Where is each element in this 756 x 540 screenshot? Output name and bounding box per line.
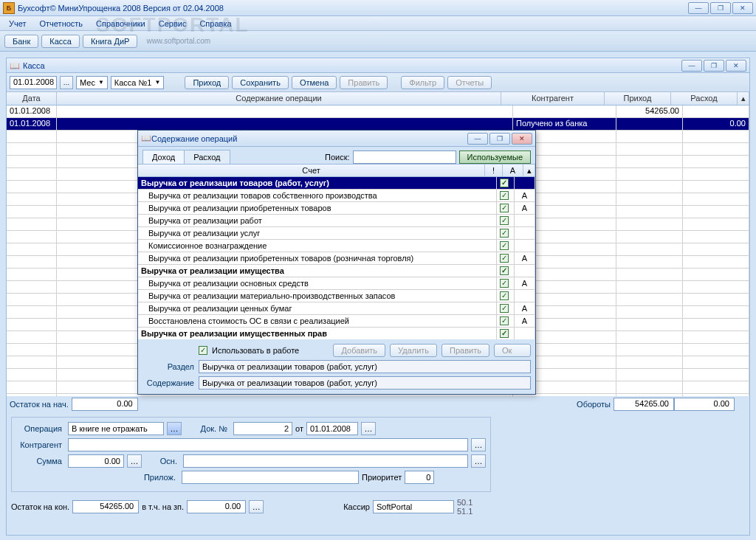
sub-minimize-button[interactable]: — bbox=[681, 60, 702, 72]
dialog-grid-body[interactable]: Выручка от реализации товаров (работ, ус… bbox=[138, 177, 535, 339]
list-item[interactable]: Выручка от реализации материально-произв… bbox=[138, 290, 535, 302]
operation-field[interactable] bbox=[68, 422, 164, 435]
dlg-col-name[interactable]: Счет bbox=[138, 165, 485, 176]
row-checkbox[interactable]: ✓ bbox=[500, 304, 509, 313]
pril-field[interactable] bbox=[182, 471, 359, 484]
col-out[interactable]: Расход bbox=[671, 92, 738, 105]
sub-maximize-button[interactable]: ❐ bbox=[704, 60, 724, 72]
kassa-dropdown[interactable]: Касса №1▼ bbox=[111, 76, 165, 89]
contragent-picker-button[interactable]: … bbox=[471, 438, 486, 451]
prior-field[interactable] bbox=[405, 471, 434, 484]
prihod-button[interactable]: Приход bbox=[185, 76, 229, 89]
col-scroll-up[interactable]: ▴ bbox=[738, 92, 749, 105]
kassa-button[interactable]: Касса bbox=[41, 35, 80, 48]
maximize-button[interactable]: ❐ bbox=[710, 2, 731, 14]
col-desc[interactable]: Содержание операции bbox=[57, 92, 501, 105]
list-item[interactable]: Выручка от реализации ценных бумаг✓А bbox=[138, 302, 535, 315]
book-icon: 📖 bbox=[10, 61, 20, 70]
date-picker-button[interactable]: … bbox=[60, 76, 73, 89]
reports-button[interactable]: Отчеты bbox=[447, 76, 492, 89]
menu-otchet[interactable]: Отчетность bbox=[34, 18, 89, 30]
row-checkbox[interactable]: ✓ bbox=[500, 229, 509, 238]
use-label: Использовать в работе bbox=[212, 346, 299, 355]
row-checkbox[interactable]: ✓ bbox=[500, 191, 509, 200]
dlg-col-chk[interactable]: ! bbox=[485, 165, 503, 176]
dlg-col-a[interactable]: А bbox=[503, 165, 523, 176]
docnum-field[interactable] bbox=[233, 422, 292, 435]
docdate-field[interactable] bbox=[306, 422, 358, 435]
docdate-picker-button[interactable]: … bbox=[361, 422, 376, 435]
content-field[interactable] bbox=[199, 376, 531, 390]
row-checkbox[interactable]: ✓ bbox=[500, 279, 509, 288]
list-item[interactable]: Выручка от реализации имущества✓ bbox=[138, 265, 535, 277]
row-checkbox[interactable]: ✓ bbox=[500, 291, 509, 300]
table-row[interactable]: 01.01.200854265.00 bbox=[7, 105, 749, 118]
row-checkbox[interactable]: ✓ bbox=[500, 329, 509, 338]
list-item[interactable]: Выручка от реализации основных средств✓А bbox=[138, 277, 535, 290]
use-checkbox[interactable]: ✓ bbox=[199, 346, 207, 355]
menu-uchet[interactable]: Учет bbox=[3, 18, 32, 30]
period-dropdown[interactable]: Мес▼ bbox=[76, 76, 108, 89]
dialog-title-bar: 📖 Содержание операций — ❐ ✕ bbox=[138, 131, 535, 147]
turnover-in: 54265.00 bbox=[614, 398, 674, 411]
dlg-close-button[interactable]: ✕ bbox=[512, 133, 532, 145]
row-checkbox[interactable]: ✓ bbox=[500, 216, 509, 225]
date-field[interactable]: 01.01.2008 bbox=[10, 76, 57, 89]
dlg-edit-button[interactable]: Править bbox=[441, 344, 489, 357]
row-checkbox[interactable]: ✓ bbox=[500, 316, 509, 325]
list-item[interactable]: Восстановлена стоимость ОС в связи с реа… bbox=[138, 315, 535, 328]
table-row[interactable]: 01.01.2008Получено из банка0.00 bbox=[7, 118, 749, 131]
list-item[interactable]: Выручка от реализации приобретенных това… bbox=[138, 252, 535, 265]
dlg-minimize-button[interactable]: — bbox=[467, 133, 488, 145]
tab-expense[interactable]: Расход bbox=[184, 150, 230, 164]
sum-picker-button[interactable]: … bbox=[127, 454, 142, 468]
list-item[interactable]: Выручка от реализации услуг✓ bbox=[138, 227, 535, 240]
used-button[interactable]: Используемые bbox=[459, 150, 531, 164]
contragent-field[interactable] bbox=[68, 438, 468, 451]
dlg-scroll-up[interactable]: ▴ bbox=[523, 165, 535, 176]
col-date[interactable]: Дата bbox=[7, 92, 57, 105]
section-field[interactable] bbox=[199, 360, 531, 373]
book-button[interactable]: Книга ДиР bbox=[83, 35, 138, 48]
row-checkbox[interactable]: ✓ bbox=[500, 179, 509, 187]
filter-button[interactable]: Фильтр bbox=[401, 76, 444, 89]
incl-picker-button[interactable]: … bbox=[249, 500, 264, 513]
delete-button[interactable]: Удалить bbox=[390, 344, 437, 357]
operation-picker-button[interactable]: … bbox=[167, 422, 182, 435]
cancel-button[interactable]: Отмена bbox=[292, 76, 337, 89]
osn-field[interactable] bbox=[183, 454, 468, 468]
col-contr[interactable]: Контрагент bbox=[501, 92, 605, 105]
bank-button[interactable]: Банк bbox=[4, 35, 38, 48]
row-checkbox[interactable]: ✓ bbox=[500, 204, 509, 212]
tab-income[interactable]: Доход bbox=[142, 150, 185, 164]
summary-row: Остаток на нач. 0.00 Обороты 54265.00 0.… bbox=[7, 396, 749, 412]
close-button[interactable]: ✕ bbox=[732, 2, 753, 14]
osn-picker-button[interactable]: … bbox=[471, 454, 486, 468]
minimize-button[interactable]: — bbox=[688, 2, 709, 14]
menu-sprav[interactable]: Справочники bbox=[90, 18, 151, 30]
list-item[interactable]: Комиссионное вознаграждение✓ bbox=[138, 240, 535, 252]
list-item[interactable]: Выручка от реализации приобретенных това… bbox=[138, 202, 535, 215]
incl-value: 0.00 bbox=[187, 500, 246, 513]
bottom-row: Остаток на кон. 54265.00 в т.ч. на зп. 0… bbox=[7, 496, 749, 517]
list-item[interactable]: Выручка от реализации работ✓ bbox=[138, 215, 535, 227]
search-input[interactable] bbox=[353, 150, 456, 164]
dlg-maximize-button[interactable]: ❐ bbox=[489, 133, 510, 145]
row-checkbox[interactable]: ✓ bbox=[500, 266, 509, 275]
list-item[interactable]: Выручка от реализации имущественных прав… bbox=[138, 328, 535, 339]
sum-field[interactable] bbox=[68, 454, 124, 468]
kassa-title: Касса bbox=[23, 61, 681, 70]
list-item[interactable]: Выручка от реализации товаров (работ, ус… bbox=[138, 177, 535, 190]
ok-button[interactable]: Ок bbox=[494, 344, 531, 357]
save-button[interactable]: Сохранить bbox=[232, 76, 289, 89]
col-in[interactable]: Приход bbox=[605, 92, 671, 105]
cashier-field[interactable] bbox=[373, 500, 454, 513]
sub-close-button[interactable]: ✕ bbox=[726, 60, 746, 72]
menu-help[interactable]: Справка bbox=[193, 18, 237, 30]
row-checkbox[interactable]: ✓ bbox=[500, 241, 509, 250]
list-item[interactable]: Выручка от реализации товаров собственно… bbox=[138, 190, 535, 202]
menu-service[interactable]: Сервис bbox=[153, 18, 193, 30]
row-checkbox[interactable]: ✓ bbox=[500, 254, 509, 263]
edit-button[interactable]: Править bbox=[340, 76, 388, 89]
add-button[interactable]: Добавить bbox=[333, 344, 385, 357]
